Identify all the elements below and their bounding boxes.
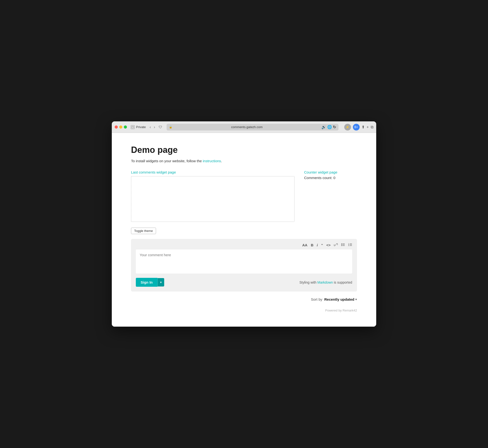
sign-in-dropdown-button[interactable]: ▾	[158, 278, 164, 287]
link-button[interactable]	[334, 243, 338, 247]
address-bar[interactable]: 🔒 comments.gatezh.com 🔊 🌐 ↻	[167, 124, 338, 130]
close-button[interactable]	[115, 126, 118, 128]
quote-button[interactable]: “	[321, 243, 323, 247]
extension-btn-2[interactable]: B+	[353, 124, 360, 130]
sort-label: Sort by	[311, 297, 322, 301]
install-text: To install widgets on your website, foll…	[131, 159, 357, 163]
sort-chevron-icon[interactable]: ▾	[355, 297, 357, 301]
counter-section: Counter widget page Comments count: 0	[304, 170, 357, 222]
traffic-lights	[115, 126, 127, 128]
font-size-button[interactable]: AA	[302, 243, 307, 247]
browser-actions: ⚡ B+ ⬆ + ⧉	[344, 124, 373, 130]
translate-icon: 🌐	[327, 125, 332, 129]
sign-in-button[interactable]: Sign In	[136, 278, 158, 287]
minimize-button[interactable]	[119, 126, 122, 128]
last-comments-placeholder	[131, 176, 295, 222]
comment-input[interactable]	[136, 249, 352, 273]
sign-in-group: Sign In ▾	[136, 278, 164, 287]
sort-bar: Sort by Recently updated ▾	[131, 297, 357, 301]
toggle-theme-button[interactable]: Toggle theme	[131, 228, 156, 234]
last-comments-link[interactable]: Last comments widget page	[131, 170, 295, 174]
markdown-note-after: is supported	[333, 280, 352, 284]
tab-area: Private	[131, 125, 146, 129]
maximize-button[interactable]	[124, 126, 127, 128]
code-button[interactable]: <>	[326, 243, 330, 247]
unordered-list-button[interactable]	[341, 243, 345, 247]
address-bar-icons: 🔊 🌐 ↻	[321, 125, 336, 129]
markdown-note: Styling with Markdown is supported	[300, 280, 352, 284]
markdown-note-before: Styling with	[300, 280, 318, 284]
nav-buttons: ‹ ›	[149, 125, 156, 130]
widgets-row: Last comments widget page Counter widget…	[131, 170, 357, 222]
powered-by: Powered by Remark42	[131, 309, 357, 312]
svg-text:3.: 3.	[348, 245, 350, 246]
tab-label: Private	[136, 125, 146, 129]
comment-widget: AA B i “ <>	[131, 239, 357, 292]
sort-value: Recently updated	[324, 297, 354, 301]
svg-point-6	[341, 245, 342, 246]
shield-icon[interactable]: 🛡	[158, 125, 163, 129]
comment-footer: Sign In ▾ Styling with Markdown is suppo…	[136, 278, 352, 287]
svg-point-4	[341, 244, 342, 245]
share-button[interactable]: ⬆	[361, 125, 365, 129]
forward-button[interactable]: ›	[153, 125, 156, 130]
svg-rect-0	[132, 126, 134, 128]
lock-icon: 🔒	[169, 126, 172, 128]
italic-button[interactable]: i	[317, 243, 318, 247]
comments-count: Comments count: 0	[304, 176, 335, 180]
ordered-list-button[interactable]: 1. 2. 3.	[348, 243, 352, 247]
new-tab-button[interactable]: +	[367, 125, 369, 129]
counter-link[interactable]: Counter widget page	[304, 170, 357, 174]
page-title: Demo page	[131, 145, 357, 155]
page-content: Demo page To install widgets on your web…	[112, 133, 376, 327]
svg-point-2	[341, 243, 342, 244]
mac-window: Private ‹ › 🛡 🔒 comments.gatezh.com 🔊 🌐 …	[112, 121, 376, 327]
tabs-button[interactable]: ⧉	[371, 125, 373, 129]
tab-icon	[131, 125, 135, 129]
url-text: comments.gatezh.com	[174, 125, 320, 129]
instructions-link[interactable]: instructions	[203, 159, 221, 163]
last-comments-section: Last comments widget page	[131, 170, 295, 222]
reload-icon[interactable]: ↻	[333, 125, 336, 129]
bold-button[interactable]: B	[311, 243, 313, 247]
audio-icon: 🔊	[321, 125, 326, 129]
markdown-link[interactable]: Markdown	[317, 280, 333, 284]
install-text-after: .	[221, 159, 222, 163]
comment-toolbar: AA B i “ <>	[136, 243, 352, 247]
title-bar: Private ‹ › 🛡 🔒 comments.gatezh.com 🔊 🌐 …	[112, 121, 376, 133]
extension-btn-1[interactable]: ⚡	[344, 124, 351, 130]
install-text-before: To install widgets on your website, foll…	[131, 159, 203, 163]
back-button[interactable]: ‹	[149, 125, 152, 130]
